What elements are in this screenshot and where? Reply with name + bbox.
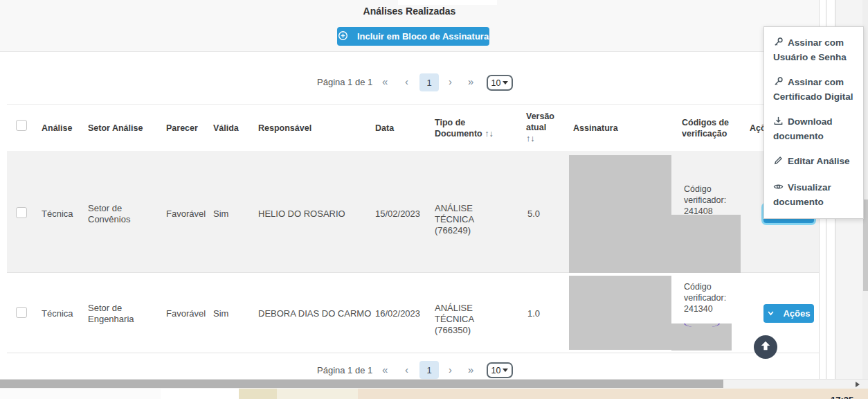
page-number-button[interactable]: 1 [419,73,439,91]
menu-item-editar-analise[interactable]: Editar Análise [773,154,854,169]
signature-stamp-fragment [684,323,720,328]
row-checkbox[interactable] [16,307,27,318]
include-signature-block-label: Incluir em Bloco de Assinatura [357,31,489,42]
cell-valida: Sim [213,308,228,319]
menu-item-assinar-certificado-digital[interactable]: Assinar com Certificado Digital [773,76,854,103]
cell-versao: 5.0 [527,209,540,220]
sort-icon[interactable]: ↑↓ [485,129,494,139]
cell-responsavel: HELIO DO ROSARIO [258,209,345,220]
col-header-assinatura: Assinatura [573,123,618,134]
acoes-dropdown-menu: Assinar com Usuário e Senha Assinar com … [763,26,864,219]
page-size-value: 10 [491,366,501,375]
eye-icon [773,181,784,195]
col-header-data: Data [375,123,394,134]
chevron-down-icon [767,308,775,319]
plus-circle-icon [338,30,348,43]
analises-realizadas-page: Análises Realizadas Incluir em Bloco de … [0,0,868,399]
page-size-select[interactable]: 10 [487,362,513,378]
cell-tipo-documento: ANÁLISE TÉCNICA (766350) [435,303,509,336]
table-top-divider [7,104,819,105]
menu-item-visualizar-documento[interactable]: Visualizar documento [773,181,854,209]
taskbar-clock: 17:35 [831,395,865,399]
chevron-down-icon [503,369,508,372]
acoes-button[interactable]: Ações [763,304,814,323]
up-arrow-icon [759,339,772,355]
background-window-strip [277,389,358,399]
include-signature-block-button[interactable]: Incluir em Bloco de Assinatura [337,27,489,46]
cell-parecer: Favorável [166,209,206,220]
horizontal-scrollbar-thumb[interactable] [0,380,723,388]
background-window-strip [239,389,277,399]
menu-item-assinar-usuario-senha[interactable]: Assinar com Usuário e Senha [773,36,854,64]
redacted-verification-image [671,215,741,273]
col-header-responsavel: Responsável [258,123,311,134]
chevron-down-icon [503,81,508,85]
next-page-button[interactable]: › [449,364,452,375]
col-header-setor-analise: Setor Análise [88,123,143,134]
page-title: Análises Realizadas [0,6,819,17]
col-header-codigos-verificacao: Códigos de verificação [682,117,736,139]
redacted-verification-image [671,323,732,351]
menu-item-download-documento[interactable]: Download documento [773,115,854,143]
row-checkbox[interactable] [16,207,27,218]
col-header-analise: Análise [42,123,72,134]
page-size-select[interactable]: 10 [487,75,513,91]
prev-page-button[interactable]: ‹ [405,76,408,87]
key-icon [773,76,784,90]
cell-responsavel: DEBORA DIAS DO CARMO [258,308,371,319]
cell-analise: Técnica [42,209,73,220]
last-page-button[interactable]: » [468,364,473,375]
col-header-versao-atual[interactable]: Versão atual ↑↓ [526,111,557,144]
col-header-valida: Válida [213,123,239,134]
cell-versao: 1.0 [527,308,540,319]
cell-codigo-verificador: Código verificador: 241340 [684,281,739,314]
cell-setor: Setor de Engenharia [88,303,147,325]
page-size-value: 10 [491,78,501,88]
key-icon [773,37,784,51]
cell-setor: Setor de Convênios [88,203,145,225]
header-strip-gap [398,0,497,5]
page-number-button[interactable]: 1 [419,361,439,379]
prev-page-button[interactable]: ‹ [405,364,408,375]
last-page-button[interactable]: » [468,76,473,87]
page-indicator-bottom: Página 1 de 1 [317,365,372,375]
background-window-strip [161,389,239,399]
cell-parecer: Favorável [166,308,206,319]
codigo-verificador-value: 241340 [684,303,739,314]
cell-tipo-documento: ANÁLISE TÉCNICA (766249) [435,203,509,236]
redacted-signature-image [569,155,671,273]
cell-data: 16/02/2023 [375,308,420,319]
background-window-strip [358,389,868,399]
col-header-parecer: Parecer [166,123,198,134]
cell-analise: Técnica [42,308,73,319]
redacted-signature-image [569,276,671,350]
sort-icon[interactable]: ↑↓ [526,134,535,143]
pencil-icon [773,155,784,169]
next-page-button[interactable]: › [449,76,452,87]
background-window-strip [0,389,161,399]
vertical-scrollbar-thumb[interactable] [863,200,868,291]
scroll-to-top-button[interactable] [754,335,777,359]
select-all-checkbox[interactable] [16,120,27,131]
col-header-tipo-documento[interactable]: Tipo de Documento ↑↓ [435,117,501,139]
cell-data: 15/02/2023 [375,209,420,220]
cell-codigo-verificador: Código verificador: 241408 [684,184,739,217]
download-icon [773,116,784,130]
page-indicator-top: Página 1 de 1 [317,77,372,87]
cell-valida: Sim [213,209,228,220]
first-page-button[interactable]: « [382,364,388,375]
scroll-right-arrow-icon[interactable] [856,382,860,387]
first-page-button[interactable]: « [382,76,388,87]
